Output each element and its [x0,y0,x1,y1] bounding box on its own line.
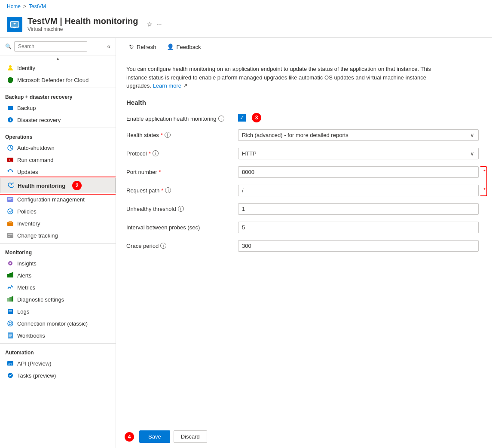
sidebar-item-auto-shutdown[interactable]: Auto-shutdown [0,142,116,154]
defender-icon [7,76,14,83]
search-icon: 🔍 [5,43,12,49]
sidebar-item-label: Alerts [17,272,31,279]
enable-info-icon[interactable]: i [218,116,224,122]
api-icon: API [7,360,14,367]
metrics-icon [7,284,14,291]
request-path-input[interactable] [238,185,479,196]
enable-checkbox-group: ✓ 3 [238,113,479,122]
health-states-info-icon[interactable]: i [165,132,171,138]
interval-wrap [238,222,479,233]
svg-point-4 [9,65,12,68]
policies-icon [7,208,14,215]
workbooks-icon [7,332,14,339]
grace-period-label: Grace period i [126,240,238,249]
protocol-select[interactable]: HTTP [238,148,479,159]
sidebar-item-disaster-recovery[interactable]: Disaster recovery [0,114,116,126]
favorite-icon[interactable]: ☆ [147,20,153,28]
sidebar-item-tasks[interactable]: Tasks (preview) [0,369,116,381]
header-actions: ☆ ··· [147,20,162,28]
breadcrumb-separator: > [23,3,26,9]
page-title: TestVM | Health monitoring [28,16,138,26]
section-label-backup: Backup + disaster recovery [0,90,116,102]
sidebar-item-alerts[interactable]: Alerts [0,269,116,281]
sidebar-item-updates[interactable]: Updates [0,166,116,178]
updates-icon [7,168,14,175]
sidebar-item-label: Metrics [17,284,35,291]
refresh-button[interactable]: ↻ Refresh [125,41,161,52]
sidebar-item-defender[interactable]: Microsoft Defender for Cloud [0,74,116,86]
svg-rect-23 [7,298,9,302]
unhealthy-threshold-row: Unhealthy threshold i [126,203,479,215]
health-section-title: Health [126,99,482,106]
grace-period-input[interactable] [238,240,479,252]
enable-label: Enable application health monitoring i [126,113,238,122]
sidebar-item-label: Configuration management [17,196,85,203]
sidebar-item-label: Tasks (preview) [17,372,56,379]
sidebar-item-backup[interactable]: Backup [0,102,116,114]
protocol-info-icon[interactable]: i [153,150,159,156]
alerts-icon [7,272,14,279]
unhealthy-threshold-input[interactable] [238,203,479,215]
sidebar-item-diagnostic-settings[interactable]: Diagnostic settings [0,293,116,305]
port-number-label: Port number * [126,166,238,175]
discard-button[interactable]: Discard [174,430,207,443]
request-path-info-icon[interactable]: i [165,187,171,193]
svg-point-30 [9,322,12,325]
health-states-row: Health states * i Rich (advanced) - for … [126,129,479,141]
svg-text:API: API [8,363,12,365]
sidebar-item-label: Updates [17,169,38,175]
description-text: You can configure health monitoring on a… [126,65,449,90]
grace-period-row: Grace period i [126,240,479,252]
collapse-sidebar-button[interactable]: « [107,43,110,50]
sidebar-item-identity[interactable]: Identity [0,62,116,74]
search-input[interactable] [14,41,87,52]
sidebar-item-policies[interactable]: Policies [0,205,116,217]
breadcrumb-home[interactable]: Home [7,3,21,9]
more-options-icon[interactable]: ··· [156,21,162,28]
sidebar-item-label: Backup [17,105,36,111]
unhealthy-threshold-info-icon[interactable]: i [178,206,184,212]
svg-rect-25 [12,296,13,302]
health-states-label: Health states * i [126,129,238,138]
interval-input[interactable] [238,222,479,233]
required-indicator: * [159,169,161,175]
learn-more-link[interactable]: Learn more [153,82,181,89]
sidebar-item-health-monitoring[interactable]: Health monitoring 2 [0,178,116,193]
diagnostic-settings-icon [7,296,14,303]
request-path-row: Request path * i * [126,185,479,196]
sidebar: 🔍 « ▲ Identity Microsoft Defender for Cl… [0,38,116,448]
config-mgmt-icon [7,196,14,203]
section-label-operations: Operations [0,130,116,142]
section-label-monitoring: Monitoring [0,245,116,257]
disaster-recovery-icon [7,116,14,123]
sidebar-item-configuration-management[interactable]: Configuration management [0,193,116,205]
breadcrumb-vm[interactable]: TestVM [29,3,46,9]
sidebar-item-label: Run command [17,157,54,163]
save-button[interactable]: Save [139,430,170,443]
sidebar-item-logs[interactable]: Logs [0,305,116,317]
sidebar-item-change-tracking[interactable]: Change tracking [0,229,116,241]
interval-row: Interval between probes (sec) [126,222,479,233]
sidebar-item-api[interactable]: API API (Preview) [0,357,116,369]
enable-checkbox[interactable]: ✓ [238,114,246,122]
grace-period-info-icon[interactable]: i [160,243,166,249]
sidebar-item-run-command[interactable]: >_ Run command [0,154,116,166]
health-states-select[interactable]: Rich (advanced) - for more detailed repo… [238,129,479,141]
sidebar-item-connection-monitor[interactable]: Connection monitor (classic) [0,317,116,329]
sidebar-item-workbooks[interactable]: Workbooks [0,329,116,341]
port-number-input[interactable] [238,166,479,178]
tasks-icon [7,372,14,379]
sidebar-item-label: Auto-shutdown [17,145,55,151]
svg-text:>_: >_ [9,158,12,162]
content-body: You can configure health monitoring on a… [116,56,492,425]
bracketed-fields: Port number * * Request path [126,166,479,196]
svg-rect-22 [12,272,13,277]
svg-rect-9 [7,197,13,202]
sidebar-item-insights[interactable]: Insights [0,257,116,269]
feedback-button[interactable]: 👤 Feedback [162,41,205,52]
sidebar-item-metrics[interactable]: Metrics [0,281,116,293]
required-indicator: * [161,187,163,194]
insights-icon [7,260,14,267]
sidebar-item-inventory[interactable]: Inventory [0,217,116,229]
health-monitoring-icon [7,182,14,189]
